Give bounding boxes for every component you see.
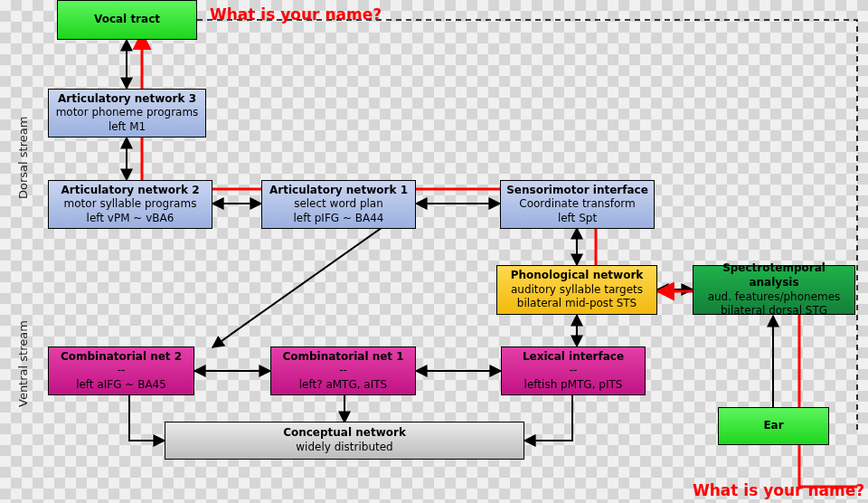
articulatory-network-3-sub1: motor phoneme programs [56, 106, 199, 120]
spectrotemporal-title: Spectrotemporal analysis [697, 261, 851, 289]
combinatorial-net-1-sub1: -- [339, 364, 347, 378]
phonological-title: Phonological network [511, 269, 644, 283]
spectrotemporal-sub1: aud. features/phonemes [708, 290, 841, 305]
combinatorial-net-1-sub2: left? aMTG, aITS [299, 378, 387, 393]
lexical-interface-node: Lexical interface -- leftish pMTG, pITS [501, 346, 646, 395]
conceptual-sub1: widely distributed [296, 441, 393, 455]
articulatory-network-2-sub2: left vPM ~ vBA6 [87, 212, 175, 226]
articulatory-network-2-node: Articulatory network 2 motor syllable pr… [48, 180, 212, 229]
articulatory-network-2-title: Articulatory network 2 [61, 184, 200, 198]
lexical-sub2: leftish pMTG, pITS [524, 378, 623, 393]
combinatorial-net-2-title: Combinatorial net 2 [61, 350, 182, 365]
articulatory-network-1-sub1: select word plan [294, 197, 383, 212]
annotation-top: What is your name? [210, 5, 382, 24]
phonological-network-node: Phonological network auditory syllable t… [496, 265, 657, 315]
spectrotemporal-node: Spectrotemporal analysis aud. features/p… [693, 265, 855, 315]
dorsal-stream-label: Dorsal stream [16, 117, 30, 199]
articulatory-network-3-title: Articulatory network 3 [58, 92, 196, 107]
lexical-title: Lexical interface [523, 350, 624, 365]
combinatorial-net-1-node: Combinatorial net 1 -- left? aMTG, aITS [270, 346, 416, 395]
vocal-tract-title: Vocal tract [94, 13, 160, 27]
combinatorial-net-2-node: Combinatorial net 2 -- left aIFG ~ BA45 [48, 346, 194, 395]
sensorimotor-title: Sensorimotor interface [506, 184, 648, 198]
combinatorial-net-2-sub2: left aIFG ~ BA45 [76, 378, 166, 393]
articulatory-network-2-sub1: motor syllable programs [64, 197, 197, 212]
combinatorial-net-2-sub1: -- [118, 364, 126, 378]
articulatory-network-3-node: Articulatory network 3 motor phoneme pro… [48, 89, 206, 138]
spectrotemporal-sub2: bilateral dorsal STG [721, 304, 827, 318]
articulatory-network-1-node: Articulatory network 1 select word plan … [261, 180, 416, 229]
sensorimotor-sub1: Coordinate transform [519, 197, 635, 212]
phonological-sub2: bilateral mid-post STS [517, 297, 637, 311]
annotation-bottom: What is your name? [693, 481, 864, 499]
ventral-stream-label: Ventral stream [16, 320, 30, 407]
combinatorial-net-1-title: Combinatorial net 1 [282, 350, 403, 365]
ear-node: Ear [718, 407, 829, 445]
phonological-sub1: auditory syllable targets [511, 283, 643, 298]
sensorimotor-sub2: left Spt [558, 212, 597, 226]
articulatory-network-1-sub2: left pIFG ~ BA44 [293, 212, 383, 226]
articulatory-network-3-sub2: left M1 [108, 120, 146, 135]
sensorimotor-interface-node: Sensorimotor interface Coordinate transf… [500, 180, 655, 229]
conceptual-network-node: Conceptual network widely distributed [165, 422, 524, 460]
lexical-sub1: -- [570, 364, 578, 378]
conceptual-title: Conceptual network [283, 426, 406, 441]
articulatory-network-1-title: Articulatory network 1 [269, 184, 408, 198]
vocal-tract-node: Vocal tract [57, 0, 197, 40]
ear-title: Ear [763, 419, 783, 433]
